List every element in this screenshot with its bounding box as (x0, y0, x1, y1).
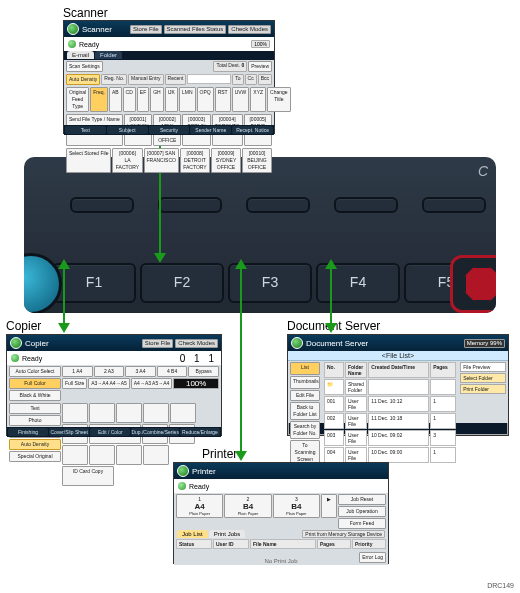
tab-printjobs[interactable]: Print Jobs (209, 530, 246, 538)
tray-button[interactable]: 2 A3 (94, 366, 125, 377)
tray-button[interactable]: 4 B4 (157, 366, 188, 377)
out-tile[interactable] (143, 403, 169, 423)
ab-cd-button[interactable]: CD (123, 87, 136, 112)
regno-chip[interactable]: Reg. No. (101, 74, 127, 85)
doclist-row[interactable]: 003 User File 10 Dec. 09:02 3 (322, 430, 458, 447)
out-tile[interactable] (116, 403, 142, 423)
out-tile[interactable] (62, 445, 88, 465)
scanner-footer-text[interactable]: Text (65, 126, 106, 134)
form-feed-button[interactable]: Form Feed (338, 518, 386, 529)
ratio-a4a3-button[interactable]: A4→A3 A5→A4 (131, 378, 173, 389)
ds-select-folder-button[interactable]: Select Folder (460, 373, 506, 383)
idcard-copy-button[interactable]: ID Card Copy (62, 466, 114, 486)
out-tile[interactable] (116, 445, 142, 465)
tray-button[interactable]: 3 B4 Plain Paper (273, 494, 320, 518)
app-orb-icon (67, 23, 79, 35)
auto-density-button[interactable]: Auto Density (66, 74, 100, 85)
ab-xyz-button[interactable]: XYZ (250, 87, 266, 112)
tab-joblist[interactable]: Job List (177, 530, 208, 538)
preview-button[interactable]: Preview (248, 61, 272, 72)
tab-folder[interactable]: Folder (95, 51, 122, 59)
ds-to-scanning-button[interactable]: Edit File (290, 390, 320, 401)
copier-footer-edit[interactable]: Edit / Color (90, 428, 130, 436)
stop-button[interactable] (464, 266, 496, 302)
fn-key-f3[interactable]: F3 (228, 263, 312, 303)
titlebar-button[interactable]: Store File (142, 339, 174, 348)
titlebar-button[interactable]: Scanned Files Status (164, 25, 227, 34)
out-tile[interactable] (62, 403, 88, 423)
ab-ab-button[interactable]: AB (109, 87, 122, 112)
photo-mode-button[interactable]: Photo (9, 415, 61, 426)
ab-ijk-button[interactable]: IJK (165, 87, 178, 112)
titlebar-button[interactable]: Store File (130, 25, 162, 34)
ab-uvw-button[interactable]: UVW (232, 87, 250, 112)
tray-button[interactable]: 1 A4 Plain Paper (176, 494, 223, 518)
ab-gh-button[interactable]: GH (150, 87, 164, 112)
tab-email[interactable]: E-mail (67, 51, 94, 59)
doclist-row[interactable]: 001 User File 11 Dec. 10:12 1 (322, 396, 458, 413)
ab-freq-button[interactable]: Freq. (90, 87, 108, 112)
out-tile[interactable] (143, 445, 169, 465)
fn-key-f4[interactable]: F4 (316, 263, 400, 303)
store-file-button[interactable]: Select Stored File (66, 148, 111, 173)
bcc-chip[interactable]: Bcc (258, 74, 272, 85)
view-thumb-button[interactable]: Thumbnails (290, 376, 320, 389)
ab-opq-button[interactable]: OPQ (197, 87, 214, 112)
fn-key-f1[interactable]: F1 (52, 263, 136, 303)
out-tile[interactable] (89, 445, 115, 465)
ab-lmn-button[interactable]: LMN (179, 87, 196, 112)
copier-footer-cover[interactable]: Cover/Slip Sheet (49, 428, 89, 436)
special-original-button[interactable]: Special Original (9, 451, 61, 462)
home-round-button[interactable] (24, 253, 62, 313)
auto-density-button[interactable]: Auto Density (9, 439, 61, 450)
job-reset-button[interactable]: Job Reset (338, 494, 386, 505)
scanner-footer-subject[interactable]: Subject (107, 126, 148, 134)
ds-print-folder-button[interactable]: Print Folder (460, 384, 506, 394)
full-color-button[interactable]: Full Color (9, 378, 61, 389)
text-mode-button[interactable]: Text (9, 403, 61, 414)
dest-tile[interactable]: [00009] SYDNEY OFFICE (211, 148, 241, 173)
copier-footer-finishing[interactable]: Finishing (8, 428, 48, 436)
recent-chip[interactable]: Recent (165, 74, 187, 85)
ab-rst-button[interactable]: RST (215, 87, 231, 112)
auto-color-select-button[interactable]: Auto Color Select (9, 366, 61, 377)
tray-button[interactable]: Bypass (188, 366, 219, 377)
dest-tile[interactable]: [00010] BEIJING OFFICE (242, 148, 272, 173)
out-tile[interactable] (170, 403, 196, 423)
dest-tile[interactable]: [00006] LA FACTORY (112, 148, 142, 173)
view-list-button[interactable]: List (290, 362, 320, 375)
error-log-button[interactable]: Error Log (359, 552, 386, 563)
manual-entry-chip[interactable]: Manual Entry (128, 74, 163, 85)
ratio-button[interactable]: Full Size (62, 378, 87, 389)
ab-change-title-button[interactable]: Change Title (267, 87, 291, 112)
job-operation-button[interactable]: Job Operation (338, 506, 386, 517)
scanner-footer-recpt[interactable]: Recept. Notice (232, 126, 273, 134)
cc-chip[interactable]: Cc (245, 74, 257, 85)
ab-ef-button[interactable]: EF (137, 87, 149, 112)
ds-search-by-folder-button[interactable]: Search by Folder No. (290, 421, 320, 439)
copier-footer-reduce[interactable]: Reduce/Enlarge (180, 428, 220, 436)
tray-button[interactable]: 2 B4 Plain Paper (224, 494, 271, 518)
doclist-row[interactable]: 002 User File 11 Dec. 10:18 1 (322, 413, 458, 430)
scanner-footer-security[interactable]: Security (149, 126, 190, 134)
dest-tile[interactable]: [00007] SAN FRANCISCO (144, 148, 179, 173)
control-panel-hardware: C F1 F2 F3 F4 F5 (24, 157, 496, 313)
ds-back-to-folder-button[interactable]: Back to Folder List (290, 402, 320, 420)
scanner-footer-sender[interactable]: Sender Name (190, 126, 231, 134)
tray-button[interactable]: 3 A4 (125, 366, 156, 377)
doclist-folder-row[interactable]: 📁 Shared Folder (322, 379, 458, 396)
titlebar-button[interactable]: Check Modes (228, 25, 271, 34)
black-white-button[interactable]: Black & White (9, 390, 61, 401)
scan-settings-button[interactable]: Scan Settings (66, 61, 103, 72)
fn-key-f2[interactable]: F2 (140, 263, 224, 303)
tray-scroll-button[interactable]: ▶ (321, 494, 337, 518)
tray-button[interactable]: 1 A4 (62, 366, 93, 377)
to-chip[interactable]: To (232, 74, 243, 85)
destination-field[interactable] (187, 74, 231, 84)
copier-footer-dup[interactable]: Dup./Combine/Series (131, 428, 179, 436)
dest-tile[interactable]: [00008] DETROIT FACTORY (180, 148, 210, 173)
original-feed-type-button[interactable]: Original Feed Type (66, 87, 89, 112)
out-tile[interactable] (89, 403, 115, 423)
ratio-a3a4-button[interactable]: A3→A4 A4→A5 (88, 378, 130, 389)
titlebar-button[interactable]: Check Modes (175, 339, 218, 348)
